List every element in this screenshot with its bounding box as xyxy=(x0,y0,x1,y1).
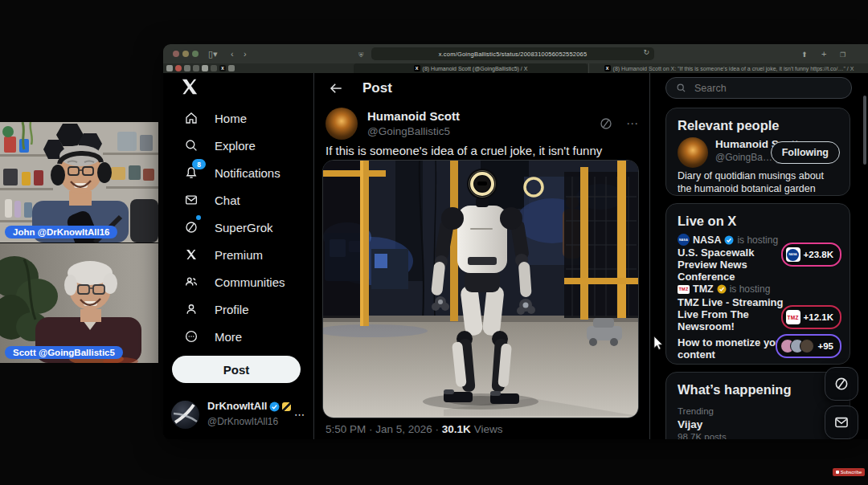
stream-stage: John @DrKnowItAll16 Sco xyxy=(0,0,868,485)
post-actions: ⋯ xyxy=(599,116,638,131)
following-button-label: Following xyxy=(782,147,829,158)
account-more-icon[interactable]: ⋯ xyxy=(294,409,305,421)
post-more-icon[interactable]: ⋯ xyxy=(626,116,638,131)
nav-supergrok[interactable]: SuperGrok xyxy=(163,214,313,241)
window-zoom-button[interactable] xyxy=(192,51,199,57)
pinned-tab-2[interactable] xyxy=(175,65,182,71)
messages-float-button[interactable] xyxy=(825,406,858,439)
account-avatar xyxy=(171,401,199,429)
trending-posts-count: 98.7K posts xyxy=(678,432,727,439)
is-hosting-label: is hosting xyxy=(737,234,778,246)
trending-topic[interactable]: Vijay xyxy=(678,418,702,430)
relevant-avatar[interactable] xyxy=(678,137,708,168)
nav-home-label: Home xyxy=(215,112,247,125)
post-detail-column: Post Humanoid Scott @GoingBallistic5 ⋯ I… xyxy=(313,73,650,439)
x-page: Home Explore Notifications Chat xyxy=(163,73,868,439)
nav-more[interactable]: More xyxy=(163,323,313,350)
live-count-nasa: +23.8K xyxy=(804,250,833,259)
nasa-pill-logo: NASA xyxy=(786,247,800,262)
live-item-title-nasa[interactable]: U.S. Spacewalk Preview News Conference xyxy=(678,247,788,283)
live-join-pill-nasa[interactable]: NASA +23.8K xyxy=(781,243,841,267)
background-tab-title: (8) Humanoid Scott on X: "If this is som… xyxy=(613,66,854,71)
pinned-tab-3[interactable] xyxy=(184,65,190,71)
live-join-pill-tmz[interactable]: TMZ +12.1K xyxy=(781,305,841,329)
x-logo-icon xyxy=(181,78,199,96)
relevant-people-card: Relevant people Humanoid Scott @GoingBa…… xyxy=(665,108,850,196)
window-minimize-button[interactable] xyxy=(182,51,189,57)
pinned-tab-8[interactable] xyxy=(228,65,235,71)
messages-float-icon xyxy=(833,414,850,430)
pinned-tab-4[interactable] xyxy=(193,65,199,71)
x-logo[interactable] xyxy=(181,78,199,96)
new-tab-icon[interactable]: + xyxy=(821,47,826,60)
nav-chat[interactable]: Chat xyxy=(163,186,313,214)
account-menu[interactable]: DrKnowItAll @DrKnowItAll16 ⋯ xyxy=(168,394,309,434)
tab-overview-icon[interactable]: ❐ xyxy=(840,49,845,62)
subscribe-icon xyxy=(836,471,839,474)
nav-notifications-label: Notifications xyxy=(215,166,280,180)
post-image[interactable] xyxy=(322,160,639,418)
more-icon xyxy=(184,329,199,344)
x-left-nav: Home Explore Notifications Chat xyxy=(163,73,313,439)
live-host-row-tmz[interactable]: TMZ TMZ is hosting xyxy=(678,283,770,295)
nav-supergrok-label: SuperGrok xyxy=(215,221,273,234)
browser-tabbar: X X (8) Humanoid Scott (@GoingBallistic5… xyxy=(163,63,868,73)
live-item-title-tmz[interactable]: TMZ Live - Streaming Live From The Newsr… xyxy=(678,297,788,333)
author-handle: @GoingBallistic5 xyxy=(367,124,460,139)
grok-float-icon xyxy=(833,376,850,392)
robot-photo xyxy=(323,161,638,418)
nav-profile-label: Profile xyxy=(215,303,249,316)
nav-communities[interactable]: Communities xyxy=(163,268,313,295)
post-button[interactable]: Post xyxy=(172,356,301,383)
reload-icon[interactable]: ↻ xyxy=(643,48,649,56)
grok-float-button[interactable] xyxy=(825,367,858,401)
shield-extension-icon[interactable]: ⛨ xyxy=(358,49,363,62)
nav-profile[interactable]: Profile xyxy=(163,295,313,323)
post-author-row: Humanoid Scott @GoingBallistic5 ⋯ xyxy=(326,107,638,141)
back-nav-icon[interactable]: ‹ xyxy=(231,47,234,60)
relevant-name[interactable]: Humanoid Scott xyxy=(715,137,771,152)
relevant-people-title: Relevant people xyxy=(678,118,850,133)
search-input[interactable] xyxy=(693,82,833,95)
live-host-name: NASA xyxy=(693,234,721,246)
pinned-tab-6[interactable] xyxy=(211,65,217,71)
window-close-button[interactable] xyxy=(173,51,179,57)
live-title: Live on X xyxy=(678,214,850,229)
nav-home[interactable]: Home xyxy=(163,104,313,132)
back-arrow-icon[interactable] xyxy=(329,81,343,96)
whats-happening-card: What’s happening Trending Vijay 98.7K po… xyxy=(665,372,850,439)
page-scrollbar[interactable] xyxy=(863,96,866,165)
live-join-pill-monetize[interactable]: +95 xyxy=(776,334,841,358)
live-host-name-tmz: TMZ xyxy=(693,283,714,295)
author-names[interactable]: Humanoid Scott @GoingBallistic5 xyxy=(367,108,460,138)
post-text: If this is someone's idea of a cruel jok… xyxy=(326,144,638,157)
author-avatar[interactable] xyxy=(326,108,358,140)
nav-notifications[interactable]: Notifications xyxy=(163,159,313,186)
blue-check-icon xyxy=(724,235,734,245)
live-item-title-monetize[interactable]: How to monetize your content xyxy=(678,337,788,361)
address-bar[interactable]: x.com/GoingBallistic5/status/20083100560… xyxy=(371,47,654,60)
nav-explore[interactable]: Explore xyxy=(163,132,313,159)
nav-chat-label: Chat xyxy=(215,194,240,207)
account-handle: @DrKnowItAll16 xyxy=(207,416,278,427)
active-tab[interactable]: X (8) Humanoid Scott (@GoingBallistic5) … xyxy=(354,63,588,73)
subscribe-badge[interactable]: Subscribe xyxy=(833,468,865,476)
nav-more-label: More xyxy=(215,330,242,344)
following-button[interactable]: Following xyxy=(771,141,840,164)
home-icon xyxy=(184,111,199,125)
background-tab[interactable]: X (8) Humanoid Scott on X: "If this is s… xyxy=(588,63,868,73)
nav-premium[interactable]: Premium xyxy=(163,241,313,268)
nav-explore-label: Explore xyxy=(215,139,256,153)
live-count-tmz: +12.1K xyxy=(804,312,833,322)
share-icon[interactable]: ⬆ xyxy=(801,48,808,61)
grok-actions-icon[interactable] xyxy=(599,116,613,131)
live-host-row-nasa[interactable]: NASA NASA is hosting xyxy=(678,234,778,246)
search-box[interactable] xyxy=(665,77,852,99)
forward-nav-icon[interactable]: › xyxy=(244,47,247,60)
pinned-tab-1[interactable] xyxy=(166,65,173,71)
post-header-title: Post xyxy=(362,80,392,96)
pinned-tab-5[interactable] xyxy=(202,65,208,71)
sidebar-toggle-icon[interactable]: ▯▾ xyxy=(208,47,218,60)
pinned-tab-x[interactable]: X xyxy=(219,65,226,71)
webcam-scott-video xyxy=(0,243,158,363)
